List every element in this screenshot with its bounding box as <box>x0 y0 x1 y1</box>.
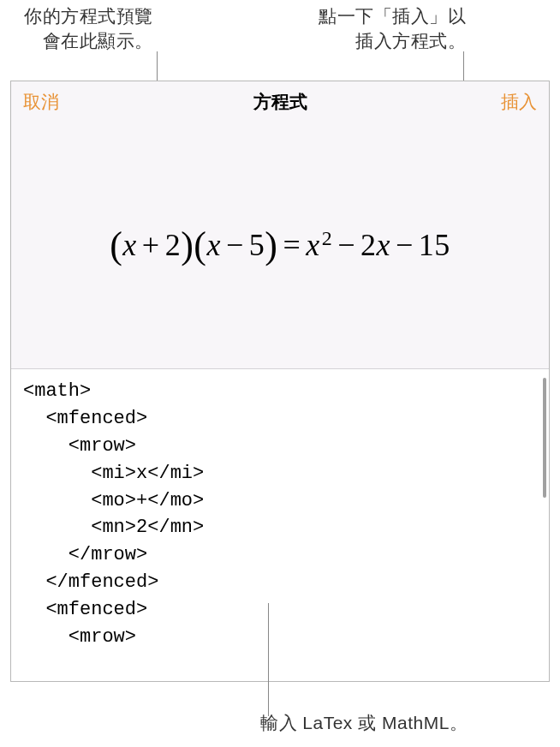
equation-panel: 取消 方程式 插入 (x+2)(x−5)=x2−2x−15 <math> <mf… <box>10 81 550 682</box>
callout-preview-line2: 會在此顯示。 <box>43 31 153 51</box>
callout-editor: 輸入 LaTex 或 MathML。 <box>260 711 468 735</box>
equation-preview-area: (x+2)(x−5)=x2−2x−15 <box>11 123 549 369</box>
callout-insert: 點一下「插入」以 插入方程式。 <box>319 3 543 75</box>
panel-title: 方程式 <box>253 90 307 114</box>
equation-editor-area[interactable]: <math> <mfenced> <mrow> <mi>x</mi> <mo>+… <box>11 369 549 681</box>
scrollbar[interactable] <box>543 378 546 498</box>
cancel-button[interactable]: 取消 <box>23 90 59 114</box>
callout-leader-line-editor <box>268 603 269 716</box>
equation-source-text[interactable]: <math> <mfenced> <mrow> <mi>x</mi> <mo>+… <box>11 369 549 660</box>
insert-button[interactable]: 插入 <box>501 90 537 114</box>
callout-insert-line2: 插入方程式。 <box>355 31 466 51</box>
equation-rendered: (x+2)(x−5)=x2−2x−15 <box>110 224 450 267</box>
navigation-bar: 取消 方程式 插入 <box>11 81 549 123</box>
callout-preview-line1: 你的方程式預覽 <box>24 6 153 26</box>
callout-insert-line1: 點一下「插入」以 <box>319 6 466 26</box>
callout-preview: 你的方程式預覽 會在此顯示。 <box>17 3 196 75</box>
